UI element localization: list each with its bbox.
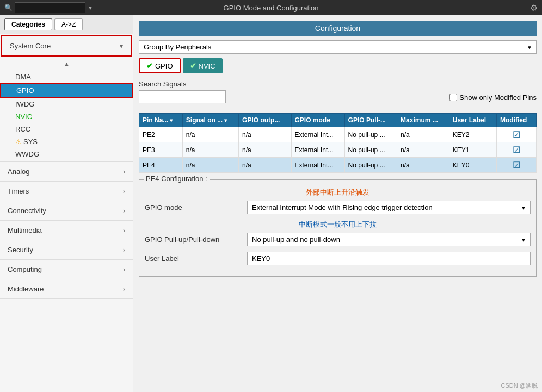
th-modified: Modified — [496, 114, 536, 127]
modified-check-icon: ☑ — [513, 160, 520, 170]
tab-atoz[interactable]: A->Z — [54, 18, 83, 30]
warning-icon: ⚠ — [15, 138, 21, 146]
timers-label: Timers — [8, 187, 29, 195]
nvic-tab-label: NVIC — [199, 62, 215, 70]
search-area: 🔍 ▼ — [4, 2, 93, 13]
cell-mode: External Int... — [291, 158, 344, 173]
connectivity-label: Connectivity — [8, 207, 46, 215]
gpio-table: Pin Na... Signal on ... GPIO outp... GPI… — [139, 113, 537, 173]
multimedia-chevron: › — [123, 227, 125, 234]
pe4-config-title: PE4 Configuration : — [144, 175, 210, 183]
hint1: 外部中断上升沿触发 — [145, 188, 531, 197]
section-computing: Computing › — [0, 260, 133, 279]
cell-label: KEY1 — [449, 142, 496, 158]
section-middleware: Middleware › — [0, 279, 133, 299]
tab-gpio[interactable]: ✔ GPIO — [139, 58, 181, 73]
computing-label: Computing — [8, 265, 42, 273]
cell-pull: No pull-up ... — [344, 158, 397, 173]
cell-pin: PE4 — [139, 158, 183, 173]
timers-header[interactable]: Timers › — [0, 182, 133, 201]
timers-chevron: › — [123, 188, 125, 195]
th-gpio-pull: GPIO Pull-... — [344, 114, 397, 127]
th-pin-name[interactable]: Pin Na... — [139, 114, 183, 127]
gpio-tab-check-icon: ✔ — [146, 61, 153, 70]
group-by-wrapper: Group By Peripherals — [139, 40, 537, 54]
nvic-tab-check-icon: ✔ — [190, 61, 196, 70]
security-chevron: › — [123, 246, 125, 254]
section-timers: Timers › — [0, 182, 133, 201]
gpio-pull-label: GPIO Pull-up/Pull-down — [145, 235, 243, 244]
cell-output: n/a — [239, 142, 291, 158]
cell-pin: PE3 — [139, 142, 183, 158]
group-by-row: Group By Peripherals — [139, 40, 537, 54]
th-gpio-mode: GPIO mode — [291, 114, 344, 127]
sidebar-item-wwdg[interactable]: WWDG — [0, 148, 133, 160]
show-modified-label: Show only Modified Pins — [459, 94, 537, 102]
cell-output: n/a — [239, 158, 291, 173]
th-user-label: User Label — [449, 114, 496, 127]
sidebar-item-dma[interactable]: DMA — [0, 71, 133, 83]
table-row[interactable]: PE2 n/a n/a External Int... No pull-up .… — [139, 127, 537, 142]
system-core-label: System Core — [10, 42, 51, 50]
sidebar-item-iwdg[interactable]: IWDG — [0, 98, 133, 110]
sidebar-item-rcc[interactable]: RCC — [0, 123, 133, 135]
multimedia-label: Multimedia — [8, 226, 42, 234]
modified-check-icon: ☑ — [513, 145, 520, 154]
th-gpio-output: GPIO outp... — [239, 114, 291, 127]
gpio-mode-row: GPIO mode External Interrupt Mode with R… — [145, 201, 531, 214]
section-system-core: System Core ▾ ▴ DMA GPIO IWDG NVIC RCC — [0, 34, 133, 162]
config-panel: Configuration Group By Peripherals ✔ GPI… — [133, 15, 542, 392]
security-label: Security — [8, 246, 33, 254]
cell-signal: n/a — [182, 142, 238, 158]
search-input[interactable] — [15, 2, 85, 13]
config-header: Configuration — [139, 21, 537, 36]
cell-pull: No pull-up ... — [344, 142, 397, 158]
table-row[interactable]: PE4 n/a n/a External Int... No pull-up .… — [139, 158, 537, 173]
connectivity-header[interactable]: Connectivity › — [0, 201, 133, 220]
tab-categories[interactable]: Categories — [4, 18, 52, 30]
cell-modified: ☑ — [496, 158, 536, 173]
cell-mode: External Int... — [291, 127, 344, 142]
gpio-label: GPIO — [16, 86, 34, 95]
show-modified-checkbox[interactable] — [449, 94, 457, 101]
sidebar-item-gpio[interactable]: GPIO — [0, 83, 133, 98]
wwdg-label: WWDG — [15, 150, 39, 158]
search-icon: 🔍 — [4, 4, 13, 11]
gpio-mode-select[interactable]: External Interrupt Mode with Rising edge… — [247, 201, 531, 214]
computing-chevron: › — [123, 266, 125, 273]
system-core-header[interactable]: System Core ▾ — [1, 35, 132, 57]
gpio-mode-label: GPIO mode — [145, 203, 243, 211]
section-multimedia: Multimedia › — [0, 221, 133, 240]
analog-header[interactable]: Analog › — [0, 162, 133, 181]
multimedia-header[interactable]: Multimedia › — [0, 221, 133, 240]
content-area: Configuration Group By Peripherals ✔ GPI… — [133, 15, 542, 392]
security-header[interactable]: Security › — [0, 240, 133, 259]
nvic-label: NVIC — [15, 113, 32, 121]
modified-pins-row: Show only Modified Pins — [449, 94, 537, 102]
th-signal[interactable]: Signal on ... — [182, 114, 238, 127]
user-label-input[interactable] — [247, 252, 531, 265]
middleware-header[interactable]: Middleware › — [0, 279, 133, 298]
iwdg-label: IWDG — [15, 100, 34, 108]
sidebar-item-sys[interactable]: ⚠ SYS — [0, 135, 133, 148]
cell-signal: n/a — [182, 158, 238, 173]
modified-check-icon: ☑ — [513, 130, 520, 139]
rcc-label: RCC — [15, 125, 30, 133]
connectivity-chevron: › — [123, 207, 125, 215]
user-label-row: User Label — [145, 252, 531, 265]
group-by-select[interactable]: Group By Peripherals — [139, 40, 537, 54]
gear-icon[interactable]: ⚙ — [530, 3, 538, 13]
table-row[interactable]: PE3 n/a n/a External Int... No pull-up .… — [139, 142, 537, 158]
sys-label: SYS — [23, 138, 38, 146]
gpio-pull-select[interactable]: No pull-up and no pull-down — [247, 233, 531, 246]
computing-header[interactable]: Computing › — [0, 260, 133, 279]
cell-output: n/a — [239, 127, 291, 142]
cell-pull: No pull-up ... — [344, 127, 397, 142]
sidebar-item-nvic[interactable]: NVIC — [0, 110, 133, 123]
section-security: Security › — [0, 240, 133, 260]
gpio-pull-row: GPIO Pull-up/Pull-down No pull-up and no… — [145, 233, 531, 246]
hint2: 中断模式一般不用上下拉 — [145, 220, 531, 229]
tab-nvic[interactable]: ✔ NVIC — [183, 58, 223, 73]
search-signals-input[interactable] — [139, 90, 226, 103]
dropdown-arrow-icon: ▼ — [88, 5, 93, 11]
